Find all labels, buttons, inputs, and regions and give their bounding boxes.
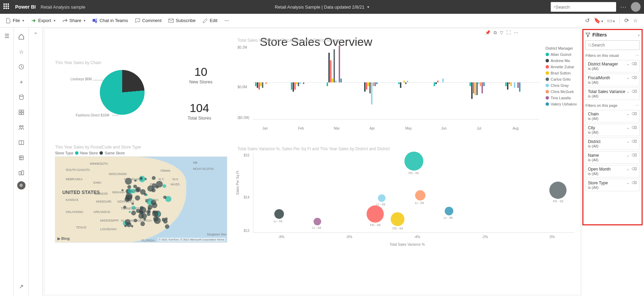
file-menu[interactable]: File▾ [3, 17, 27, 25]
refresh-icon[interactable]: ⟳ [624, 17, 629, 24]
scatter-bubble[interactable] [274, 209, 284, 219]
visual-more-icon[interactable]: ⋯ [514, 30, 518, 35]
legend-item[interactable]: Tina Lassila [546, 96, 577, 100]
chat-in-teams-button[interactable]: Chat in Teams [89, 17, 131, 25]
pie-chart[interactable] [100, 70, 145, 115]
legend-item[interactable]: Andrew Ma [546, 59, 577, 63]
scatter-chart[interactable]: Sales Per Sq Ft $15 $14 $13 FD - 01FD - … [237, 153, 577, 246]
chevron-down-icon[interactable]: ⌄ [626, 125, 630, 130]
clear-filter-icon[interactable]: ⌫ [632, 153, 637, 157]
chevron-down-icon[interactable]: ⌄ [626, 167, 630, 171]
focus-mode-icon[interactable]: ⛶ [506, 30, 511, 35]
bar-legend[interactable]: District Manager Allan GuinotAndrew MaAn… [546, 46, 577, 108]
filter-card[interactable]: Nameis (All)⌄⌫ [585, 151, 640, 164]
chevron-down-icon[interactable]: ⌄ [626, 89, 630, 94]
chevron-down-icon[interactable]: ⌄ [626, 139, 630, 144]
filter-applied-icon[interactable]: ▽ [500, 30, 503, 35]
view-icon[interactable]: ▭▾ [607, 17, 615, 24]
chevron-down-icon[interactable]: ⌄ [626, 62, 630, 66]
filter-card[interactable]: Districtis (All)⌄⌫ [585, 137, 640, 150]
filter-card[interactable]: Chainis (All)⌄⌫ [585, 110, 640, 122]
map-visual[interactable]: UNITED STATES ▶ Bing © 2021 TomTom, © 20… [55, 156, 227, 243]
chevron-down-icon[interactable]: ⌄ [626, 112, 630, 116]
clear-filter-icon[interactable]: ⌫ [632, 62, 637, 66]
legend-item[interactable]: Allan Guinot [546, 52, 577, 57]
my-workspace-icon[interactable] [14, 166, 28, 180]
legend-item[interactable]: Chris Gray [546, 83, 577, 88]
bookmark-icon[interactable]: 🔖▾ [594, 17, 603, 24]
avatar[interactable] [631, 2, 641, 12]
deployment-icon[interactable]: ⚙ [17, 181, 25, 190]
clear-filter-icon[interactable]: ⌫ [632, 112, 637, 116]
clear-filter-icon[interactable]: ⌫ [632, 167, 637, 171]
kpi-total-stores-label: Total Stores [188, 115, 211, 121]
legend-item[interactable]: Carlos Grilo [546, 77, 577, 81]
section-more-icon[interactable]: ⋯ [635, 53, 640, 58]
shared-icon[interactable] [14, 121, 28, 134]
hamburger-icon[interactable]: ☰ [1, 30, 13, 42]
bar-chart[interactable]: $0.2M $0.0M ($0.2M) JanFebMarAprMayJunJu… [237, 45, 539, 128]
chevron-down-icon[interactable]: ⌄ [626, 75, 630, 80]
filter-search-input[interactable] [592, 43, 637, 48]
filter-card[interactable]: Cityis (All)⌄⌫ [585, 124, 640, 136]
pages-collapse-rail[interactable]: » [29, 28, 43, 296]
scatter-bubble[interactable] [314, 218, 321, 225]
favorite-icon[interactable]: ☆ [633, 17, 638, 24]
clear-filter-icon[interactable]: ⌫ [632, 75, 637, 80]
legend-title: District Manager [546, 46, 577, 50]
global-search[interactable] [551, 2, 616, 12]
workspaces-icon[interactable] [14, 151, 28, 165]
home-icon[interactable] [14, 30, 28, 43]
scatter-bubble[interactable] [404, 152, 423, 171]
copy-icon[interactable]: ⧉ [494, 30, 497, 35]
comment-button[interactable]: Comment [132, 17, 164, 25]
scatter-bubble[interactable] [549, 182, 567, 199]
chevron-down-icon[interactable]: ⌄ [626, 153, 630, 157]
legend-item[interactable]: Brad Sutton [546, 71, 577, 75]
subscribe-button[interactable]: Subscribe [166, 17, 198, 25]
favorites-icon[interactable]: ☆ [14, 45, 28, 59]
datasets-icon[interactable] [14, 90, 28, 104]
recent-icon[interactable] [14, 60, 28, 74]
collapse-pane-icon[interactable]: › [638, 32, 640, 38]
scatter-bubble[interactable] [378, 194, 386, 202]
reset-icon[interactable]: ↺ [585, 17, 590, 24]
scatter-bubble[interactable] [367, 205, 384, 223]
expand-icon[interactable]: ↗ [14, 279, 28, 293]
legend-item[interactable]: Annelie Zubar [546, 65, 577, 69]
legend-item[interactable]: Chris McGurk [546, 90, 577, 94]
scatter-bubble-label: LI - 05 [444, 216, 453, 220]
map-legend[interactable]: Store Type New Store Same Store [55, 151, 231, 155]
export-menu[interactable]: Export▾ [28, 17, 58, 25]
clear-filter-icon[interactable]: ⌫ [632, 125, 637, 130]
breadcrumb[interactable]: Retail Analysis sample [41, 4, 85, 10]
create-icon[interactable]: ＋ [14, 75, 28, 89]
clear-filter-icon[interactable]: ⌫ [632, 181, 637, 185]
chevron-down-icon[interactable]: ⌄ [626, 181, 630, 185]
bar-x-tick: Jun [441, 126, 446, 130]
header-more-icon[interactable]: ⋯ [620, 3, 627, 11]
app-launcher-icon[interactable] [3, 3, 10, 10]
report-status[interactable]: Retail Analysis Sample | Data updated 2/… [275, 4, 369, 10]
learn-icon[interactable] [14, 136, 28, 150]
filter-card[interactable]: Open Monthis (All)⌄⌫ [585, 165, 640, 177]
filter-card[interactable]: Store Typeis (All)⌄⌫ [585, 179, 640, 191]
apps-icon[interactable] [14, 105, 28, 119]
share-menu[interactable]: Share▾ [60, 17, 88, 25]
edit-button[interactable]: Edit [200, 17, 220, 25]
global-search-input[interactable] [556, 4, 613, 10]
pencil-icon [202, 18, 208, 23]
filter-card[interactable]: Total Sales Varianceis (All)⌄⌫ [585, 88, 640, 100]
command-more[interactable]: ⋯ [222, 17, 232, 24]
filter-card[interactable]: FiscalMonthis (All)⌄⌫ [585, 74, 640, 86]
clear-filter-icon[interactable]: ⌫ [632, 89, 637, 94]
section-more-icon[interactable]: ⋯ [635, 103, 640, 108]
scatter-bubble[interactable] [445, 207, 453, 215]
filter-search[interactable] [585, 40, 640, 50]
pin-icon[interactable]: 📌 [485, 30, 490, 35]
scatter-bubble[interactable] [415, 190, 425, 201]
scatter-bubble[interactable] [391, 212, 404, 226]
filter-card[interactable]: District Manageris (All)⌄⌫ [585, 60, 640, 72]
legend-item[interactable]: Valery Ushakov [546, 102, 577, 106]
clear-filter-icon[interactable]: ⌫ [632, 139, 637, 144]
